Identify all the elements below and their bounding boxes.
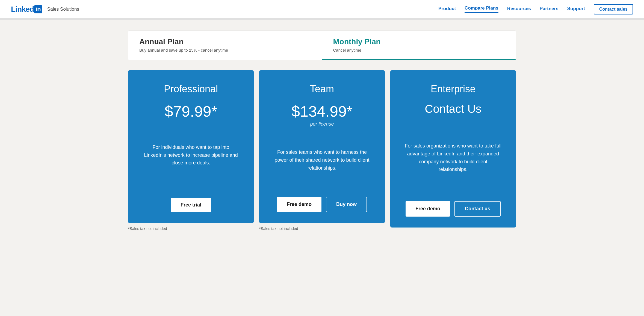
professional-sales-tax: *Sales tax not included bbox=[128, 226, 254, 231]
enterprise-plan-name: Enterprise bbox=[431, 83, 475, 95]
annual-plan-title: Annual Plan bbox=[139, 37, 311, 46]
nav-resources[interactable]: Resources bbox=[507, 6, 531, 13]
professional-plan-name: Professional bbox=[164, 83, 218, 95]
logo-linked-text: Linked bbox=[11, 5, 34, 14]
logo-area: Linkedin Sales Solutions bbox=[11, 5, 79, 14]
team-description: For sales teams who want to harness the … bbox=[270, 132, 374, 188]
professional-card: Professional $79.99* For individuals who… bbox=[128, 70, 254, 223]
monthly-plan-subtitle: Cancel anytime bbox=[333, 48, 505, 52]
enterprise-contact-us-button[interactable]: Contact us bbox=[454, 201, 501, 217]
nav-product[interactable]: Product bbox=[438, 6, 456, 13]
annual-plan-subtitle: Buy annual and save up to 25% - cancel a… bbox=[139, 48, 311, 52]
professional-price: $79.99* bbox=[164, 102, 217, 120]
plan-toggle: Annual Plan Buy annual and save up to 25… bbox=[128, 31, 516, 60]
logo-in-box: in bbox=[34, 5, 42, 13]
professional-free-trial-button[interactable]: Free trial bbox=[171, 198, 211, 212]
team-per-license: per license bbox=[310, 121, 334, 127]
team-card-wrapper: Team $134.99* per license For sales team… bbox=[259, 70, 385, 231]
annual-plan-tab[interactable]: Annual Plan Buy annual and save up to 25… bbox=[128, 31, 322, 60]
team-free-demo-button[interactable]: Free demo bbox=[277, 197, 321, 212]
team-buttons: Free demo Buy now bbox=[277, 197, 367, 212]
header: Linkedin Sales Solutions Product Compare… bbox=[0, 0, 644, 19]
professional-description: For individuals who want to tap into Lin… bbox=[139, 121, 243, 189]
linkedin-logo: Linkedin bbox=[11, 5, 42, 14]
enterprise-card-wrapper: Enterprise Contact Us For sales organiza… bbox=[390, 70, 516, 231]
professional-buttons: Free trial bbox=[171, 198, 211, 212]
monthly-plan-title: Monthly Plan bbox=[333, 37, 505, 46]
enterprise-free-demo-button[interactable]: Free demo bbox=[406, 201, 450, 217]
team-buy-now-button[interactable]: Buy now bbox=[326, 197, 367, 212]
pricing-cards-row: Professional $79.99* For individuals who… bbox=[128, 70, 516, 231]
enterprise-price: Contact Us bbox=[425, 102, 481, 116]
main-content: Annual Plan Buy annual and save up to 25… bbox=[112, 20, 532, 242]
team-price: $134.99* bbox=[291, 102, 353, 120]
contact-sales-button[interactable]: Contact sales bbox=[594, 4, 633, 14]
monthly-plan-tab[interactable]: Monthly Plan Cancel anytime bbox=[322, 31, 516, 60]
nav-support[interactable]: Support bbox=[567, 6, 585, 13]
team-plan-name: Team bbox=[310, 83, 334, 95]
enterprise-card: Enterprise Contact Us For sales organiza… bbox=[390, 70, 516, 228]
team-card: Team $134.99* per license For sales team… bbox=[259, 70, 385, 223]
enterprise-description: For sales organizations who want to take… bbox=[401, 123, 505, 192]
main-nav: Product Compare Plans Resources Partners… bbox=[438, 4, 633, 14]
enterprise-buttons: Free demo Contact us bbox=[406, 201, 501, 217]
professional-card-wrapper: Professional $79.99* For individuals who… bbox=[128, 70, 254, 231]
team-sales-tax: *Sales tax not included bbox=[259, 226, 385, 231]
nav-compare-plans[interactable]: Compare Plans bbox=[465, 5, 498, 13]
brand-name: Sales Solutions bbox=[47, 7, 79, 12]
nav-partners[interactable]: Partners bbox=[540, 6, 559, 13]
